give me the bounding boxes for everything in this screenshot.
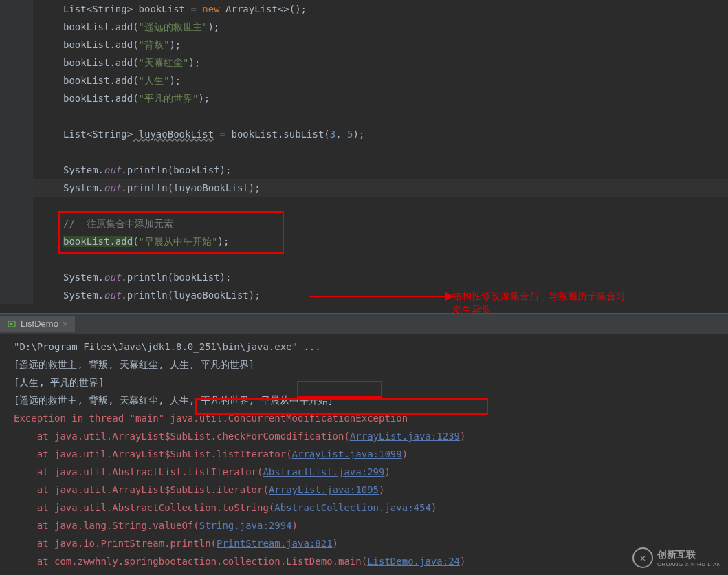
annotation-box-output <box>297 381 382 398</box>
stack-trace-link[interactable]: AbstractList.java:299 <box>263 466 384 477</box>
tab-listdemo[interactable]: ListDemo × <box>0 316 75 332</box>
stack-trace-line: at java.util.ArrayList$SubList.checkForC… <box>0 427 728 445</box>
stack-trace-line: at java.util.AbstractCollection.toString… <box>0 499 728 517</box>
stack-trace-link[interactable]: ListDemo.java:24 <box>367 556 460 567</box>
stack-trace-link[interactable]: PrintStream.java:821 <box>217 538 333 549</box>
annotation-text: 结构性修改原集合后，导致遍历子集合时 发生异常 <box>452 289 626 313</box>
annotation-box-exception <box>195 398 488 415</box>
console-line: "D:\Program Files\Java\jdk1.8.0_251\bin\… <box>0 338 728 356</box>
console-output[interactable]: "D:\Program Files\Java\jdk1.8.0_251\bin\… <box>0 334 728 575</box>
run-icon <box>7 319 16 329</box>
stack-trace-line: at java.util.ArrayList$SubList.iterator(… <box>0 481 728 499</box>
stack-trace-line: at com.zwwhnly.springbootaction.collecti… <box>0 552 728 570</box>
code-editor[interactable]: List<String> bookList = new ArrayList<>(… <box>0 0 728 313</box>
watermark-logo-icon: ✕ <box>632 547 653 568</box>
stack-trace-link[interactable]: AbstractCollection.java:454 <box>274 502 431 513</box>
tab-label: ListDemo <box>21 318 58 329</box>
console-line: [遥远的救世主, 背叛, 天幕红尘, 人生, 平凡的世界] <box>0 356 728 373</box>
stack-trace-line: at java.lang.String.valueOf(String.java:… <box>0 517 728 534</box>
watermark: ✕ 创新互联 CHUANG XIN HU LIAN <box>632 547 721 568</box>
stack-trace-link[interactable]: ArrayList.java:1099 <box>292 448 402 459</box>
stack-trace-line: at java.util.ArrayList$SubList.listItera… <box>0 445 728 463</box>
code-text: List <box>63 3 87 14</box>
stack-trace-link[interactable]: ArrayList.java:1095 <box>269 484 379 495</box>
annotation-arrow <box>309 296 447 297</box>
stack-trace-link[interactable]: ArrayList.java:1239 <box>350 431 460 442</box>
stack-trace-line: at java.io.PrintStream.println(PrintStre… <box>0 534 728 552</box>
annotation-box-code <box>58 211 284 254</box>
close-icon[interactable]: × <box>63 318 68 329</box>
stack-trace-link[interactable]: String.java:2994 <box>199 520 292 531</box>
stack-trace-line: at java.util.AbstractList.listIterator(A… <box>0 463 728 481</box>
